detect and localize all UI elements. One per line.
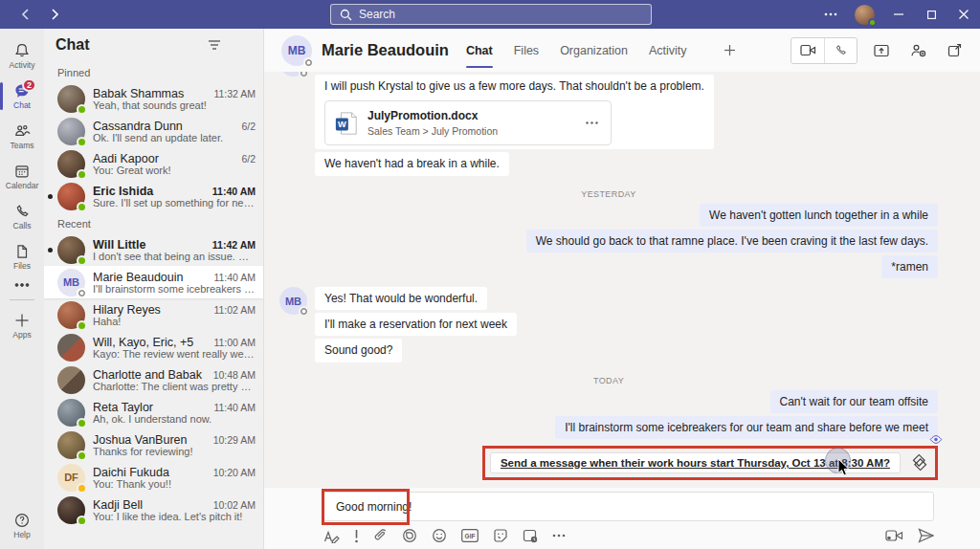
tab-activity[interactable]: Activity [649,29,687,72]
chat-row-joshua-vanburen[interactable]: Joshua VanBuren10:29 AMThanks for review… [44,428,263,461]
message-outgoing[interactable]: We haven't gotten lunch together in a wh… [700,204,938,227]
filter-icon[interactable] [202,33,227,57]
presence-available-icon [77,320,87,331]
message-input[interactable]: Good morning! [323,492,934,521]
message-incoming[interactable]: We haven't had a break in a while. [315,152,509,175]
rail-label: Files [13,261,31,271]
format-icon[interactable] [323,529,340,543]
message-incoming[interactable]: I will push Krystal to give us a few mor… [315,75,714,150]
chat-row-eric-ishida[interactable]: Eric Ishida11:40 AMSure. I'll set up som… [44,180,263,212]
emoji-icon[interactable] [432,528,447,543]
video-clip-icon[interactable] [885,529,903,542]
presence-available-icon [77,516,87,526]
send-icon[interactable] [918,528,934,543]
attach-icon[interactable] [373,528,388,543]
suggestion-diamonds-icon[interactable] [907,451,930,474]
tab-chat[interactable]: Chat [466,29,493,72]
message-text: I will push Krystal to give us a few mor… [324,79,704,93]
message-incoming[interactable]: Sound good? [315,339,402,362]
gif-icon[interactable]: GIF [461,529,479,542]
chat-row-marie-beaudouin[interactable]: MB Marie Beaudouin11:40 AMI'll brainstor… [44,266,263,298]
message-outgoing[interactable]: *ramen [881,255,938,278]
minimize-button[interactable] [882,0,915,29]
tab-files[interactable]: Files [514,29,539,72]
chat-row-aadi-kapoor[interactable]: Aadi Kapoor6/2You: Great work! [44,147,263,180]
message-outgoing[interactable]: I'll brainstorm some icebreakers for our… [555,416,938,439]
new-chat-icon[interactable] [227,33,252,57]
conversation-avatar[interactable]: MB [281,35,312,66]
chat-name: Hilary Reyes [93,303,208,317]
more-actions-icon[interactable] [552,534,566,538]
compose-toolbar: GIF [323,528,934,543]
add-tab-icon[interactable] [724,44,736,56]
file-attachment-card[interactable]: W JulyPromotion.docx Sales Team > July P… [324,100,612,145]
maximize-button[interactable] [915,0,947,29]
file-more-options-icon[interactable] [582,120,602,126]
date-divider-yesterday: YESTERDAY [279,189,938,199]
chat-time: 11:32 AM [213,88,256,99]
presence-available-icon [868,18,877,27]
presence-available-icon [77,137,87,147]
chat-row-cassandra-dunn[interactable]: Cassandra Dunn6/2Ok. I'll send an update… [44,115,263,147]
chat-preview: I'll brainstorm some icebreakers for our… [93,283,256,295]
avatar-initials: MB [285,296,301,307]
chat-row-reta-taylor[interactable]: Reta Taylor11:40 AMAh, ok. I understand … [44,396,263,428]
rail-item-calendar[interactable]: Calendar [0,159,44,196]
message-outgoing[interactable]: Can't wait for our team offsite [770,390,938,413]
chat-time: 11:40 AM [212,186,256,197]
rail-item-teams[interactable]: Teams [0,119,44,156]
tab-organization[interactable]: Organization [560,29,628,72]
presence-offline-icon [77,288,87,298]
loop-component-icon[interactable] [402,528,417,543]
message-thread: The client wasn't expecting us to be rea… [264,72,980,488]
avatar [57,431,85,459]
close-button[interactable] [947,0,980,29]
chat-row-hilary-reyes[interactable]: Hilary Reyes11:02 AMHaha! [44,298,263,331]
rail-item-help[interactable]: Help [0,508,44,545]
sender-avatar[interactable]: MB [279,72,307,77]
video-call-button[interactable] [791,38,824,63]
message-incoming[interactable]: Yes! That would be wonderful. [315,287,487,310]
chat-preview: Thanks for reviewing! [93,446,256,457]
forward-icon[interactable] [51,8,59,21]
chat-row-will-little[interactable]: Will Little11:42 AMI don't see that bein… [44,233,263,266]
conversation-title: Marie Beaudouin [322,41,449,59]
sticker-icon[interactable] [493,528,508,543]
rail-item-activity[interactable]: Activity [0,38,44,76]
back-icon[interactable] [21,8,30,21]
rail-item-chat[interactable]: 2 Chat [0,78,44,116]
scheduled-send-icon[interactable] [523,528,538,543]
chat-row-charlotte-and-babak-group[interactable]: Charlotte and Babak10:48 AMCharlotte: Th… [44,363,263,396]
chat-time: 10:48 AM [213,369,256,381]
rail-item-files[interactable]: Files [0,239,44,276]
section-label-recent: Recent [44,212,263,233]
rail-divider [10,299,34,300]
search-input[interactable]: Search [330,4,652,25]
rail-item-apps[interactable]: Apps [0,308,44,345]
importance-icon[interactable] [354,529,359,543]
rail-label: Apps [12,330,31,340]
more-options-icon[interactable] [814,0,847,29]
audio-call-button[interactable] [824,38,857,63]
chat-preview: Yeah, that sounds great! [93,99,256,111]
add-people-icon[interactable] [905,38,930,63]
chat-row-will-kayo-eric-group[interactable]: Will, Kayo, Eric, +511:00 AMKayo: The re… [44,331,263,363]
rail-item-calls[interactable]: Calls [0,199,44,236]
message-incoming[interactable]: I'll make a reservation for next week [315,313,517,336]
chat-name: Babak Shammas [93,87,208,100]
presence-offline-icon [299,72,309,78]
rail-label: Activity [10,60,35,70]
chat-row-daichi-fukuda[interactable]: DF Daichi Fukuda10:20 AMYou: Thank you!! [44,461,263,494]
rail-item-more[interactable] [0,279,44,293]
message-outgoing[interactable]: We should go back to that ramne place. I… [526,230,938,253]
suggestion-annotation-box: Send a message when their work hours sta… [482,446,938,480]
section-label-pinned: Pinned [44,61,263,82]
profile-avatar[interactable] [855,5,875,25]
screen-share-icon[interactable] [869,38,894,63]
pop-out-icon[interactable] [942,38,967,63]
sender-avatar[interactable]: MB [279,287,307,315]
chat-row-babak-shammas[interactable]: Babak Shammas11:32 AMYeah, that sounds g… [44,82,263,115]
chat-row-kadji-bell[interactable]: Kadji Bell10:02 AMYou: I like the idea. … [44,494,263,526]
presence-offline-icon [303,57,314,68]
suggested-message-chip[interactable]: Send a message when their work hours sta… [490,452,901,473]
